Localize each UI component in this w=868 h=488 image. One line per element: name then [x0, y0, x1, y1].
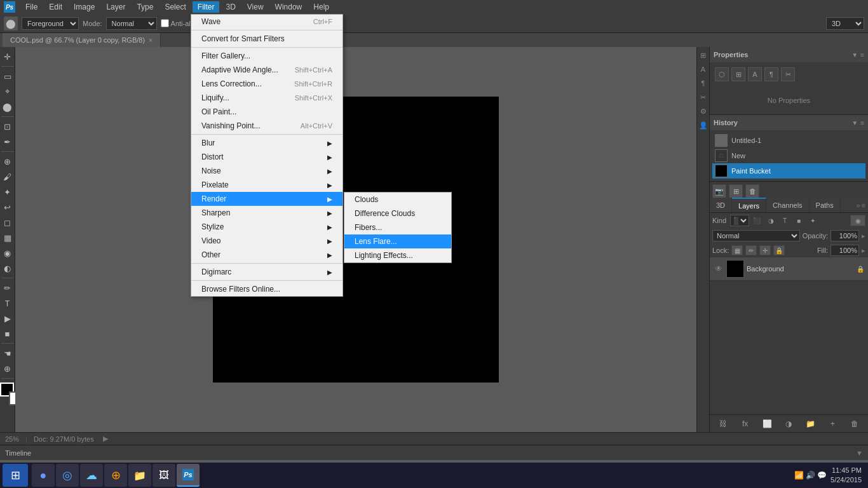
spot-healing-tool[interactable]: ⊕ [1, 154, 15, 168]
tab-3d[interactable]: 3D [710, 198, 732, 212]
menu-help[interactable]: Help [308, 1, 334, 13]
filter-convert-smart[interactable]: Convert for Smart Filters [191, 32, 342, 46]
layer-new-btn[interactable]: + [825, 417, 839, 431]
menu-type[interactable]: Type [132, 1, 158, 13]
filter-adaptive-wide-angle[interactable]: Adaptive Wide Angle... Shift+Ctrl+A [191, 63, 342, 77]
history-brush-tool[interactable]: ↩ [1, 200, 15, 214]
layer-fx-btn[interactable]: fx [738, 417, 752, 431]
menu-select[interactable]: Select [159, 1, 191, 13]
clone-stamp-tool[interactable]: ✦ [1, 185, 15, 199]
filter-noise[interactable]: Noise ▶ [191, 164, 342, 178]
menu-edit[interactable]: Edit [44, 1, 67, 13]
filter-vanishing-point[interactable]: Vanishing Point... Alt+Ctrl+V [191, 119, 342, 133]
marquee-tool[interactable]: ▭ [1, 69, 15, 83]
layers-panel-menu-icon[interactable]: ≡ [862, 201, 865, 209]
filter-oil-paint[interactable]: Oil Paint... [191, 105, 342, 119]
lasso-tool[interactable]: ⌖ [1, 85, 15, 98]
quick-select-tool[interactable]: ⬤ [1, 100, 15, 114]
right-icon-2[interactable]: A [698, 64, 709, 75]
taskbar-item-browser[interactable]: ⊕ [104, 464, 127, 487]
filter-video[interactable]: Video ▶ [191, 234, 342, 248]
taskbar-item-explorer[interactable]: 📁 [128, 464, 151, 487]
history-snapshot-btn[interactable]: 📷 [712, 184, 726, 198]
brush-tool[interactable]: 🖌 [1, 170, 15, 184]
path-selection-tool[interactable]: ▶ [1, 311, 15, 325]
opacity-input[interactable] [831, 230, 859, 241]
prop-icon-2[interactable]: ⊞ [731, 67, 745, 81]
lock-position-btn[interactable]: ✛ [759, 245, 771, 255]
render-clouds[interactable]: Clouds [344, 193, 451, 207]
right-icon-4[interactable]: ✂ [698, 92, 709, 103]
tab-channels[interactable]: Channels [766, 198, 809, 212]
foreground-select[interactable]: Foreground [22, 17, 79, 30]
gradient-tool[interactable]: ▦ [1, 231, 15, 245]
filter-gallery[interactable]: Filter Gallery... [191, 49, 342, 63]
properties-collapse-icon[interactable]: ▼ [851, 51, 858, 58]
taskbar-volume-icon[interactable]: 🔊 [806, 471, 815, 480]
filter-wave[interactable]: Wave Ctrl+F [191, 15, 342, 29]
filter-blur[interactable]: Blur ▶ [191, 136, 342, 150]
render-difference-clouds[interactable]: Difference Clouds [344, 207, 451, 220]
taskbar-item-1[interactable]: ● [32, 464, 55, 487]
prop-icon-3[interactable]: A [748, 67, 762, 81]
menu-file[interactable]: File [20, 1, 43, 13]
filter-lens-correction[interactable]: Lens Correction... Shift+Ctrl+R [191, 77, 342, 91]
menu-3d[interactable]: 3D [220, 1, 240, 13]
blend-mode-select[interactable]: Normal [712, 230, 800, 241]
filter-adjustment-btn[interactable]: ◑ [764, 215, 777, 226]
canvas-tab[interactable]: COOL.psd @ 66.7% (Layer 0 copy, RGB/8) × [3, 33, 161, 47]
layers-panel-expand-icon[interactable]: » [856, 201, 860, 209]
filter-liquify[interactable]: Liquify... Shift+Ctrl+X [191, 91, 342, 105]
prop-icon-5[interactable]: ✂ [781, 67, 795, 81]
layer-group-btn[interactable]: 📁 [804, 417, 818, 431]
pen-tool[interactable]: ✏ [1, 281, 15, 295]
taskbar-network-icon[interactable]: 📶 [794, 471, 804, 480]
menu-view[interactable]: View [242, 1, 269, 13]
properties-menu-icon[interactable]: ≡ [860, 51, 864, 58]
tab-layers[interactable]: Layers [732, 198, 766, 212]
blur-tool[interactable]: ◉ [1, 246, 15, 260]
layer-delete-btn[interactable]: 🗑 [848, 417, 862, 431]
render-lens-flare[interactable]: Lens Flare... [344, 234, 451, 248]
timeline-collapse-icon[interactable]: ▼ [856, 449, 863, 457]
shape-tool[interactable]: ■ [1, 327, 15, 341]
tab-paths[interactable]: Paths [810, 198, 841, 212]
layer-adjustment-btn[interactable]: ◑ [782, 417, 796, 431]
3d-select[interactable]: 3D [826, 17, 864, 30]
filter-smart-btn[interactable]: ✦ [806, 215, 819, 226]
mode-select[interactable]: Normal [106, 17, 157, 30]
prop-icon-4[interactable]: ¶ [764, 67, 778, 81]
opacity-scrubber-icon[interactable]: ▸ [862, 232, 865, 240]
filter-shape-btn[interactable]: ■ [792, 215, 805, 226]
filter-distort[interactable]: Distort ▶ [191, 150, 342, 164]
taskbar-clock[interactable]: 11:45 PM 5/24/2015 [831, 466, 862, 485]
move-tool[interactable]: ✛ [1, 50, 15, 64]
menu-layer[interactable]: Layer [101, 1, 130, 13]
kind-filter-select[interactable]: ⬛ [730, 215, 749, 226]
start-button[interactable]: ⊞ [3, 464, 28, 487]
right-icon-6[interactable]: 👤 [698, 119, 709, 131]
fill-input[interactable] [831, 245, 859, 256]
filter-render[interactable]: Render ▶ [191, 192, 342, 206]
eraser-tool[interactable]: ◻ [1, 215, 15, 229]
filter-other[interactable]: Other ▶ [191, 248, 342, 262]
tool-options-icon[interactable]: ⬤ [4, 17, 18, 30]
menu-filter[interactable]: Filter [193, 1, 220, 13]
taskbar-item-photoshop[interactable]: Ps [177, 464, 200, 487]
right-icon-1[interactable]: ⊞ [698, 50, 709, 61]
prop-icon-1[interactable]: ⬡ [715, 67, 729, 81]
zoom-tool[interactable]: ⊕ [1, 362, 15, 376]
history-menu-icon[interactable]: ≡ [860, 119, 864, 126]
layer-visibility-toggle[interactable]: 👁 [714, 264, 724, 274]
filter-pixelate[interactable]: Pixelate ▶ [191, 178, 342, 192]
anti-alias-checkbox[interactable] [161, 19, 169, 27]
menu-image[interactable]: Image [69, 1, 100, 13]
lock-image-btn[interactable]: ✏ [745, 245, 757, 255]
lock-transparent-btn[interactable]: ▦ [731, 245, 743, 255]
taskbar-notification-icon[interactable]: 💬 [817, 471, 827, 480]
filter-digimarc[interactable]: Digimarc ▶ [191, 265, 342, 279]
taskbar-item-3[interactable]: ☁ [80, 464, 103, 487]
filter-stylize[interactable]: Stylize ▶ [191, 220, 342, 234]
menu-window[interactable]: Window [270, 1, 308, 13]
filter-type-btn[interactable]: T [778, 215, 791, 226]
